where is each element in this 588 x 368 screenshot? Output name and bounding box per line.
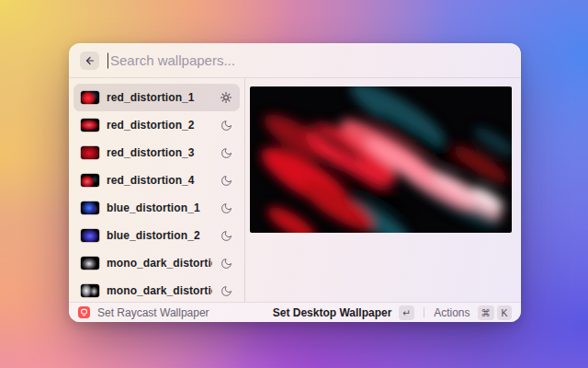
raycast-logo-icon	[78, 306, 90, 318]
sun-icon	[220, 91, 232, 104]
raycast-window: red_distortion_1red_distortion_2red_dist…	[69, 43, 521, 322]
wallpaper-name: mono_dark_distortion_1	[107, 257, 212, 270]
back-button[interactable]	[80, 52, 99, 70]
moon-icon	[220, 257, 232, 270]
wallpaper-thumbnail	[81, 257, 99, 270]
moon-icon	[220, 284, 232, 297]
list-item[interactable]: red_distortion_2	[74, 111, 240, 139]
wallpaper-thumbnail	[81, 174, 99, 187]
list-item[interactable]: mono_dark_distortion_2	[74, 277, 240, 302]
wallpaper-name: red_distortion_4	[107, 174, 212, 187]
moon-icon	[220, 229, 232, 242]
arrow-left-icon	[85, 55, 96, 66]
wallpaper-name: red_distortion_1	[107, 91, 212, 104]
actions-button[interactable]: Actions	[434, 306, 469, 319]
search-bar	[69, 43, 521, 78]
wallpaper-name: blue_distortion_2	[107, 229, 212, 242]
command-key-badge: ⌘	[478, 305, 495, 320]
footer-bar: Set Raycast Wallpaper Set Desktop Wallpa…	[69, 302, 521, 322]
footer-app-label: Set Raycast Wallpaper	[97, 306, 209, 319]
list-item[interactable]: red_distortion_4	[74, 167, 240, 194]
moon-icon	[220, 119, 232, 132]
preview-panel	[245, 78, 521, 302]
wallpaper-thumbnail	[81, 91, 99, 104]
search-input[interactable]	[107, 52, 510, 68]
wallpaper-name: red_distortion_2	[107, 119, 212, 132]
wallpaper-name: mono_dark_distortion_2	[107, 284, 212, 297]
wallpaper-thumbnail	[81, 284, 99, 297]
list-item[interactable]: blue_distortion_1	[74, 194, 240, 222]
wallpaper-thumbnail	[81, 201, 99, 214]
enter-key-badge: ↵	[399, 305, 414, 320]
wallpaper-thumbnail	[81, 146, 99, 159]
wallpaper-thumbnail	[81, 229, 99, 242]
wallpaper-name: blue_distortion_1	[107, 201, 212, 214]
list-item[interactable]: red_distortion_3	[74, 139, 240, 167]
moon-icon	[220, 146, 232, 159]
text-caret	[107, 52, 108, 68]
list-item[interactable]: mono_dark_distortion_1	[74, 249, 240, 277]
list-item[interactable]: blue_distortion_2	[74, 222, 240, 249]
footer-divider	[424, 307, 424, 317]
moon-icon	[220, 174, 232, 187]
wallpaper-name: red_distortion_3	[107, 146, 212, 159]
wallpaper-list: red_distortion_1red_distortion_2red_dist…	[69, 78, 245, 302]
primary-action-label[interactable]: Set Desktop Wallpaper	[273, 306, 392, 319]
k-key-badge: K	[497, 305, 512, 320]
list-item[interactable]: red_distortion_1	[74, 84, 240, 111]
wallpaper-thumbnail	[81, 119, 99, 132]
wallpaper-preview-image	[250, 86, 512, 233]
moon-icon	[220, 201, 232, 214]
